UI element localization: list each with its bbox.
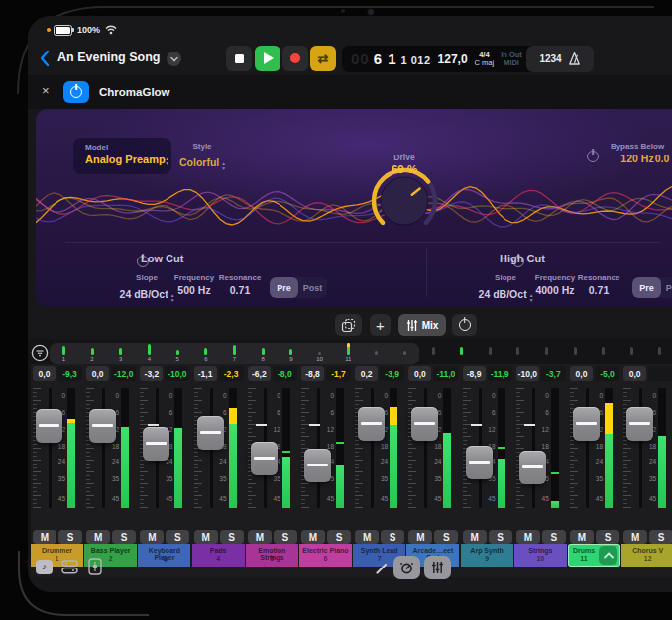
mixer-toggle-button[interactable] (424, 556, 451, 579)
low-cut-resonance[interactable]: 0.71 (205, 284, 275, 296)
fader-thumb[interactable] (304, 449, 331, 482)
fader-thumb[interactable] (36, 409, 62, 443)
mixer-power-button[interactable] (452, 314, 477, 336)
mute-button[interactable]: M (248, 530, 272, 544)
song-title[interactable]: An Evening Song (57, 51, 160, 64)
fader-thumb[interactable] (358, 407, 385, 441)
pre-option[interactable]: Pre (270, 277, 298, 298)
volume-value[interactable]: 0,0 (86, 366, 109, 381)
volume-value[interactable]: 0,0 (623, 366, 646, 381)
solo-button[interactable]: S (58, 530, 82, 544)
model-selector[interactable]: Model Analog Preamp ▴▾ (73, 138, 171, 174)
peak-value[interactable]: -8,0 (273, 366, 297, 381)
mute-button[interactable]: M (86, 530, 110, 544)
mute-button[interactable]: M (194, 530, 218, 544)
high-cut-pre-post-toggle[interactable]: Pre Post (632, 277, 672, 298)
close-icon[interactable]: × (42, 83, 50, 98)
fader-thumb[interactable] (143, 427, 169, 461)
track-name-block[interactable]: Drums11 (568, 544, 620, 567)
volume-value[interactable]: 0,0 (33, 366, 56, 381)
play-button[interactable] (255, 46, 280, 71)
fader-thumb[interactable] (626, 407, 653, 441)
volume-value[interactable]: -3,2 (140, 366, 163, 381)
solo-button[interactable]: S (274, 530, 297, 544)
mute-button[interactable]: M (140, 530, 164, 544)
track-name-block[interactable]: Chorus V12 (621, 544, 672, 567)
volume-value[interactable]: 0,0 (570, 366, 593, 381)
style-selector[interactable]: Colorful▴▾ (163, 153, 242, 171)
volume-value[interactable]: -8,9 (463, 366, 486, 381)
solo-button[interactable]: S (381, 530, 404, 544)
mute-button[interactable]: M (301, 530, 325, 544)
peak-value[interactable]: -1,7 (326, 366, 351, 381)
track-name-block[interactable]: Arp Synth9 (461, 544, 513, 567)
fader-thumb[interactable] (411, 407, 438, 441)
smart-controls-button[interactable] (393, 556, 420, 579)
solo-button[interactable]: S (649, 530, 672, 544)
mute-button[interactable]: M (623, 530, 647, 544)
peak-value[interactable]: -9,3 (57, 366, 82, 381)
mute-button[interactable]: M (408, 530, 432, 544)
count-in-metronome-button[interactable]: 1234 (526, 46, 594, 72)
post-option[interactable]: Post (298, 277, 327, 298)
mute-button[interactable]: M (516, 530, 540, 544)
fader-thumb[interactable] (251, 442, 278, 475)
track-name-block[interactable]: Electric Piano6 (299, 544, 352, 567)
fader-thumb[interactable] (89, 409, 116, 443)
pre-option[interactable]: Pre (632, 277, 661, 298)
fader-thumb[interactable] (519, 451, 546, 484)
fader-panel-icon[interactable] (88, 558, 102, 576)
fader-thumb[interactable] (573, 407, 600, 441)
fader-thumb[interactable] (197, 416, 224, 450)
cycle-button[interactable]: ⇄ (310, 46, 336, 71)
volume-value[interactable]: -6,2 (248, 366, 271, 381)
peak-value[interactable]: -11,0 (433, 366, 458, 381)
solo-button[interactable]: S (542, 530, 566, 544)
volume-value[interactable]: -8,8 (301, 366, 324, 381)
mute-button[interactable]: M (355, 530, 379, 544)
solo-button[interactable]: S (434, 530, 458, 544)
solo-button[interactable]: S (220, 530, 244, 544)
add-plugin-button[interactable]: + (370, 314, 391, 336)
song-menu-button[interactable] (167, 52, 181, 66)
peak-value[interactable] (648, 366, 672, 381)
plugins-icon[interactable] (61, 559, 79, 575)
lcd-display[interactable]: 00 6 1 1 012 127,0 4/4 C maj In Out MIDI (342, 46, 538, 72)
peak-value[interactable]: -5,0 (595, 366, 619, 381)
fader-thumb[interactable] (466, 446, 493, 479)
peak-value[interactable]: -3,7 (541, 366, 566, 381)
record-button[interactable] (282, 46, 308, 71)
duplicate-plugin-button[interactable] (335, 314, 362, 336)
mute-button[interactable]: M (570, 530, 594, 544)
mix-view-button[interactable]: Mix (398, 314, 446, 336)
volume-value[interactable]: -1,1 (194, 366, 217, 381)
stepper-icon[interactable]: ▴▾ (222, 161, 225, 171)
track-name-block[interactable]: Keyboard Player3 (138, 544, 190, 567)
solo-button[interactable]: S (489, 530, 512, 544)
volume-value[interactable]: -10,0 (516, 366, 539, 381)
high-cut-resonance[interactable]: 0.71 (564, 284, 633, 296)
knob-body[interactable] (381, 177, 428, 225)
peak-value[interactable]: -3,9 (380, 366, 404, 381)
peak-value[interactable]: -12,0 (111, 366, 136, 381)
solo-button[interactable]: S (112, 530, 136, 544)
peak-value[interactable]: -11,9 (488, 366, 512, 381)
back-icon[interactable] (39, 50, 51, 67)
plugin-power-button[interactable] (63, 81, 89, 103)
volume-value[interactable]: 0,0 (408, 366, 431, 381)
level-value[interactable]: 0.0 (642, 153, 672, 164)
post-option[interactable]: Post (661, 277, 672, 298)
collapse-summing-stack-button[interactable] (599, 546, 617, 565)
browser-icon[interactable]: ♪ (36, 560, 53, 574)
volume-value[interactable]: 0,2 (355, 366, 378, 381)
mute-button[interactable]: M (463, 530, 487, 544)
peak-value[interactable]: -10,0 (165, 366, 189, 381)
low-cut-pre-post-toggle[interactable]: Pre Post (270, 277, 327, 298)
pencil-icon[interactable] (374, 561, 390, 576)
track-name-block[interactable]: Pads4 (192, 544, 245, 567)
solo-button[interactable]: S (166, 530, 189, 544)
stop-button[interactable] (226, 46, 252, 71)
track-name-block[interactable]: Emotion Strings5 (246, 544, 298, 567)
track-name-block[interactable]: Strings10 (514, 544, 567, 567)
solo-button[interactable]: S (327, 530, 351, 544)
